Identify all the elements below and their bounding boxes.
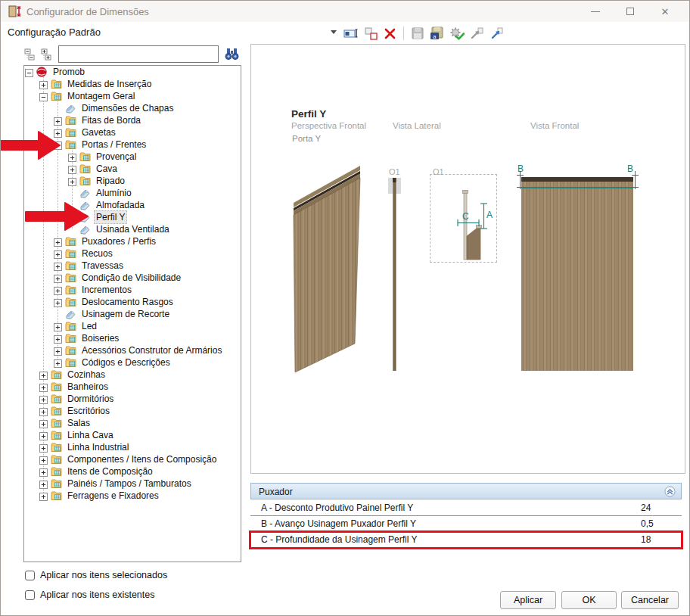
chevron-down-icon[interactable]	[331, 30, 337, 34]
config-selector[interactable]: Configuração Padrão	[8, 26, 101, 38]
tree-item[interactable]: Deslocamento Rasgos	[24, 296, 241, 308]
expand-toggle[interactable]	[39, 383, 48, 391]
tree-item[interactable]: Cava	[24, 163, 241, 175]
tree-item[interactable]: Linha Industrial	[24, 441, 241, 453]
expand-toggle[interactable]	[54, 274, 62, 282]
tree-item[interactable]: Dimensões de Chapas	[24, 102, 241, 114]
tree-item-label: Banheiros	[65, 381, 110, 393]
tree-item[interactable]: Condição de Visibilidade	[24, 272, 241, 284]
tree-item[interactable]: Componentes / Itens de Composição	[24, 453, 241, 465]
tree-item[interactable]: Códigos e Descrições	[24, 356, 241, 369]
tree-item[interactable]: Linha Cava	[24, 429, 241, 441]
tree-item[interactable]: Usinagem de Recorte	[24, 308, 241, 320]
cancel-button[interactable]: Cancelar	[621, 591, 679, 609]
tree-item[interactable]: Escritórios	[24, 405, 241, 417]
expand-toggle[interactable]	[54, 322, 62, 331]
expand-toggle[interactable]	[39, 371, 48, 379]
expand-toggle[interactable]	[54, 286, 62, 294]
checkbox-icon[interactable]	[25, 571, 35, 580]
minimize-button[interactable]	[580, 1, 611, 22]
apply-config-button[interactable]	[449, 26, 465, 42]
apply-existing-checkbox-row[interactable]: Aplicar nos itens existentes	[25, 590, 154, 600]
tree-item[interactable]: Ripado	[24, 175, 241, 187]
tree-item[interactable]: Painéis / Tampos / Tamburatos	[24, 478, 241, 490]
expand-toggle[interactable]	[39, 480, 48, 488]
tree-item[interactable]: Puxadores / Perfis	[24, 235, 241, 247]
expand-toggle[interactable]	[39, 431, 48, 440]
apply-selected-checkbox-row[interactable]: Aplicar nos itens selecionados	[25, 570, 167, 580]
expand-toggle[interactable]	[54, 129, 62, 137]
expand-all-icon[interactable]	[41, 47, 53, 61]
tree-item[interactable]: Salas	[24, 417, 241, 429]
apply-button[interactable]: Aplicar	[500, 591, 556, 609]
save-as-button[interactable]: a	[429, 26, 445, 42]
expand-toggle[interactable]	[39, 456, 48, 464]
expand-toggle[interactable]	[39, 419, 48, 428]
copy-config-button[interactable]	[362, 26, 378, 42]
tree-item[interactable]: Acessórios Construtor de Armários	[24, 344, 241, 356]
tree-item[interactable]: Cozinhas	[24, 369, 241, 381]
tree-item[interactable]: Banheiros	[24, 381, 241, 393]
tree-item[interactable]: Incrementos	[24, 284, 241, 296]
expand-toggle[interactable]	[54, 238, 62, 246]
collapse-all-icon[interactable]	[24, 47, 36, 61]
expand-toggle[interactable]	[39, 492, 48, 500]
tree-item[interactable]: Promob	[24, 66, 241, 78]
property-row[interactable]: B - Avanço Usinagem Puxador Perfil Y0,5	[250, 516, 682, 532]
collapse-section-icon[interactable]	[664, 486, 676, 497]
property-value[interactable]: 18	[641, 532, 651, 548]
folder-icon	[51, 406, 62, 416]
tree-item[interactable]: Ferragens e Fixadores	[24, 490, 241, 502]
expand-toggle[interactable]	[54, 250, 62, 258]
expand-toggle[interactable]	[39, 407, 48, 415]
expand-toggle[interactable]	[39, 468, 48, 476]
expand-toggle[interactable]	[54, 141, 62, 149]
expand-toggle[interactable]	[25, 68, 33, 76]
tree-item[interactable]: Travessas	[24, 260, 241, 272]
tree-item[interactable]: Usinada Ventilada	[24, 223, 241, 235]
checkbox-icon[interactable]	[25, 590, 35, 600]
expand-toggle[interactable]	[54, 334, 62, 343]
expand-toggle[interactable]	[54, 262, 62, 270]
property-row[interactable]: C - Profundidade da Usinagem Perfil Y18	[250, 532, 682, 548]
expand-toggle[interactable]	[54, 298, 62, 306]
search-binoculars-icon[interactable]	[224, 46, 240, 61]
property-value[interactable]: 24	[641, 500, 651, 516]
tree-search-input[interactable]	[58, 45, 219, 63]
tree-item[interactable]: Boiseries	[24, 332, 241, 344]
property-row[interactable]: A - Desconto Produtivo Painel Perfil Y24	[250, 500, 682, 516]
rename-config-button[interactable]	[343, 26, 359, 42]
tree-item[interactable]: Medidas de Inserção	[24, 78, 241, 90]
tree-item[interactable]: Recuos	[24, 247, 241, 260]
tree-item[interactable]: Portas / Frentes	[24, 138, 241, 151]
save-button[interactable]	[409, 26, 425, 42]
property-value[interactable]: 0,5	[641, 516, 654, 532]
expand-toggle[interactable]	[68, 177, 76, 185]
tree-item[interactable]: Almofadada	[24, 199, 241, 211]
delete-config-button[interactable]	[382, 26, 398, 42]
import-config-button[interactable]	[468, 26, 484, 42]
expand-toggle[interactable]	[54, 117, 62, 125]
tree-item[interactable]: Perfil Y	[24, 211, 241, 223]
ok-button[interactable]: OK	[561, 591, 617, 609]
expand-toggle[interactable]	[39, 92, 48, 101]
close-button[interactable]: ✕	[650, 1, 680, 22]
tree-item[interactable]: Alumínio	[24, 187, 241, 199]
expand-toggle[interactable]	[68, 153, 76, 161]
tree-item[interactable]: Gavetas	[24, 126, 241, 138]
expand-toggle[interactable]	[39, 395, 48, 403]
tree-item[interactable]: Led	[24, 320, 241, 332]
properties-header[interactable]: Puxador	[250, 483, 682, 499]
expand-toggle[interactable]	[39, 443, 48, 452]
expand-toggle[interactable]	[54, 347, 62, 355]
tree-item[interactable]: Itens de Composição	[24, 465, 241, 478]
maximize-button[interactable]	[615, 1, 645, 22]
expand-toggle[interactable]	[39, 80, 48, 89]
expand-toggle[interactable]	[68, 165, 76, 173]
export-config-button[interactable]	[488, 26, 504, 42]
expand-toggle[interactable]	[54, 359, 62, 367]
tree-item[interactable]: Montagem Geral	[24, 90, 241, 102]
tree-item[interactable]: Dormitórios	[24, 393, 241, 405]
tree-item[interactable]: Provençal	[24, 151, 241, 163]
tree-item[interactable]: Fitas de Borda	[24, 114, 241, 126]
